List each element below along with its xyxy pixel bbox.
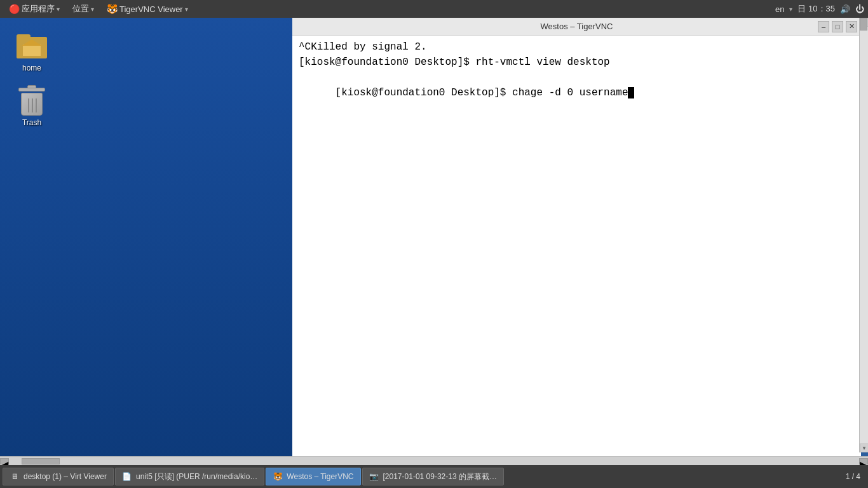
horizontal-scrollbar[interactable]: ◀ ▶: [0, 456, 868, 465]
trash-line-3: [36, 98, 37, 112]
places-menu-label: 位置: [72, 3, 89, 15]
restore-button[interactable]: □: [832, 21, 843, 32]
virt-viewer-icon: 🖥: [10, 471, 20, 482]
trash-icon-item[interactable]: Trash: [6, 85, 57, 127]
taskbar-btn-virt-viewer-label: desktop (1) – Virt Viewer: [24, 472, 107, 481]
trash-line-2: [32, 98, 33, 112]
trash-img: [17, 85, 47, 116]
unit5-icon: 📄: [122, 471, 132, 482]
locale-arrow: ▾: [789, 6, 792, 13]
places-menu-arrow: ▾: [91, 6, 94, 13]
h-scroll-arrow-left[interactable]: ◀: [0, 458, 9, 464]
taskbar-btn-virt-viewer[interactable]: 🖥 desktop (1) – Virt Viewer: [3, 468, 114, 485]
taskbar-btn-screenshot-label: [2017-01-01 09-32-13 的屏幕截…: [383, 471, 497, 482]
volume-icon[interactable]: 🔊: [840, 4, 850, 14]
terminal-line-3-prefix: [kiosk@foundation0 Desktop]$ chage -d 0: [336, 87, 580, 98]
westos-icon: 🐯: [273, 471, 283, 482]
scrollbar-thumb[interactable]: [860, 18, 867, 30]
home-label: home: [22, 64, 41, 72]
taskbar-btn-unit5[interactable]: 📄 unit5 [只读] (PUER /run/media/kio…: [115, 468, 264, 485]
minimize-button[interactable]: –: [818, 21, 829, 32]
taskbar-btn-unit5-label: unit5 [只读] (PUER /run/media/kio…: [136, 471, 257, 482]
trash-lines: [28, 98, 37, 112]
folder-icon: [17, 32, 47, 60]
app-menu-arrow: ▾: [57, 6, 60, 13]
app-menu[interactable]: 🔴 应用程序 ▾: [4, 2, 65, 16]
vnc-viewer-label: TigerVNC Viewer: [119, 4, 183, 14]
power-icon[interactable]: ⏻: [855, 4, 864, 14]
taskbar: 🖥 desktop (1) – Virt Viewer 📄 unit5 [只读]…: [0, 465, 868, 488]
app-menu-label: 应用程序: [22, 3, 55, 15]
page-indicator: 1 / 4: [846, 472, 865, 481]
trash-line-1: [28, 98, 29, 112]
top-right-items: en ▾ 日 10：35 🔊 ⏻: [775, 3, 864, 15]
terminal-line-3: [kiosk@foundation0 Desktop]$ chage -d 0 …: [299, 70, 855, 116]
house-shape: [22, 39, 42, 56]
top-menubar: 🔴 应用程序 ▾ 位置 ▾ 🐯 TigerVNC Viewer ▾ en ▾ 日…: [0, 0, 868, 18]
terminal-line-1: ^CKilled by signal 2.: [299, 39, 855, 55]
datetime-display: 日 10：35: [797, 3, 835, 15]
taskbar-btn-westos[interactable]: 🐯 Westos – TigerVNC: [266, 468, 360, 485]
h-scroll-thumb[interactable]: [22, 458, 60, 464]
h-scroll-arrow-right[interactable]: ▶: [859, 458, 868, 464]
trash-lid: [18, 88, 45, 92]
home-icon[interactable]: home: [6, 30, 57, 72]
desktop: home Trash: [0, 18, 292, 465]
terminal-line-3-username: username: [580, 87, 628, 98]
terminal-cursor: [628, 87, 634, 98]
window-titlebar: Westos – TigerVNC – □ ✕: [292, 18, 861, 36]
scrollbar-arrow-down[interactable]: ▼: [860, 444, 868, 452]
terminal-line-2: [kiosk@foundation0 Desktop]$ rht-vmctl v…: [299, 55, 855, 70]
app-menu-icon: 🔴: [9, 4, 20, 14]
places-menu[interactable]: 位置 ▾: [67, 2, 99, 16]
trash-body: [21, 93, 43, 116]
right-scrollbar[interactable]: ▲ ▼: [859, 18, 868, 452]
screenshot-icon: 📷: [369, 471, 379, 482]
tigervnc-window: Westos – TigerVNC – □ ✕ ^CKilled by sign…: [292, 18, 861, 465]
taskbar-btn-screenshot[interactable]: 📷 [2017-01-01 09-32-13 的屏幕截…: [362, 468, 504, 485]
window-controls: – □ ✕: [818, 21, 857, 32]
taskbar-btn-westos-label: Westos – TigerVNC: [287, 472, 353, 481]
window-title: Westos – TigerVNC: [541, 22, 613, 31]
trash-label: Trash: [22, 118, 41, 127]
vnc-viewer-menu[interactable]: 🐯 TigerVNC Viewer ▾: [102, 3, 193, 15]
close-button[interactable]: ✕: [846, 21, 857, 32]
vnc-viewer-arrow: ▾: [185, 6, 188, 13]
trash-shape: [18, 85, 45, 116]
locale-indicator[interactable]: en: [775, 4, 784, 14]
home-folder-img: [17, 30, 47, 61]
terminal-content[interactable]: ^CKilled by signal 2. [kiosk@foundation0…: [292, 36, 861, 465]
tigervnc-icon: 🐯: [107, 4, 118, 14]
